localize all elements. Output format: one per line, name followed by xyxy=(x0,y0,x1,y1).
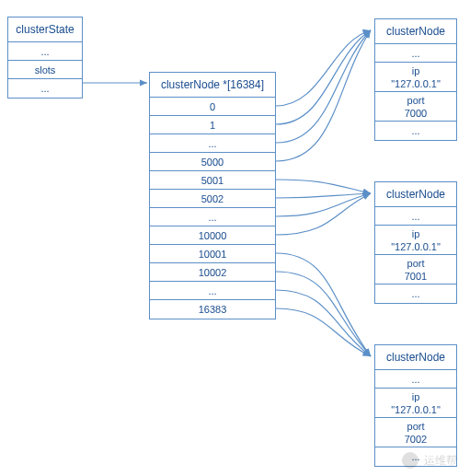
slot-row: ... xyxy=(150,134,275,153)
cluster-node-ip: ip"127.0.0.1" xyxy=(375,389,456,418)
cluster-node-row: ... xyxy=(375,44,456,63)
slot-row: 5001 xyxy=(150,171,275,190)
cluster-state-slots-row: slots xyxy=(8,61,82,79)
cluster-node-row: ... xyxy=(375,284,456,303)
cluster-node-title: clusterNode xyxy=(375,345,456,370)
slot-row: ... xyxy=(150,208,275,226)
cluster-node-row: ... xyxy=(375,207,456,226)
cluster-node-row: ... xyxy=(375,370,456,389)
cluster-node-box-2: clusterNode ... ip"127.0.0.1" port7002 .… xyxy=(374,344,457,467)
cluster-node-port: port7002 xyxy=(375,418,456,447)
slot-row: ... xyxy=(150,282,275,300)
watermark-icon xyxy=(402,452,418,469)
slot-row: 5002 xyxy=(150,190,275,208)
cluster-node-port: port7000 xyxy=(375,92,456,122)
cluster-node-ip: ip"127.0.0.1" xyxy=(375,226,456,255)
slot-row: 10002 xyxy=(150,263,275,282)
slot-row: 16383 xyxy=(150,300,275,319)
slot-array-box: clusterNode *[16384] 0 1 ... 5000 5001 5… xyxy=(149,72,276,319)
cluster-node-port: port7001 xyxy=(375,255,456,284)
cluster-node-ip: ip"127.0.0.1" xyxy=(375,63,456,92)
slot-array-title: clusterNode *[16384] xyxy=(150,73,275,98)
watermark-text: 运维帮 xyxy=(424,453,457,469)
slot-row: 5000 xyxy=(150,153,275,171)
slot-row: 0 xyxy=(150,98,275,116)
cluster-node-box-0: clusterNode ... ip"127.0.0.1" port7000 .… xyxy=(374,18,457,141)
cluster-state-title: clusterState xyxy=(8,17,82,42)
slot-row: 1 xyxy=(150,116,275,134)
cluster-node-title: clusterNode xyxy=(375,19,456,44)
cluster-state-box: clusterState ... slots ... xyxy=(7,17,83,99)
cluster-node-title: clusterNode xyxy=(375,182,456,207)
cluster-node-row: ... xyxy=(375,122,456,140)
cluster-node-box-1: clusterNode ... ip"127.0.0.1" port7001 .… xyxy=(374,181,457,304)
slot-row: 10001 xyxy=(150,245,275,263)
cluster-state-row: ... xyxy=(8,79,82,98)
slot-row: 10000 xyxy=(150,226,275,245)
cluster-state-row: ... xyxy=(8,42,82,61)
watermark: 运维帮 xyxy=(402,452,457,469)
